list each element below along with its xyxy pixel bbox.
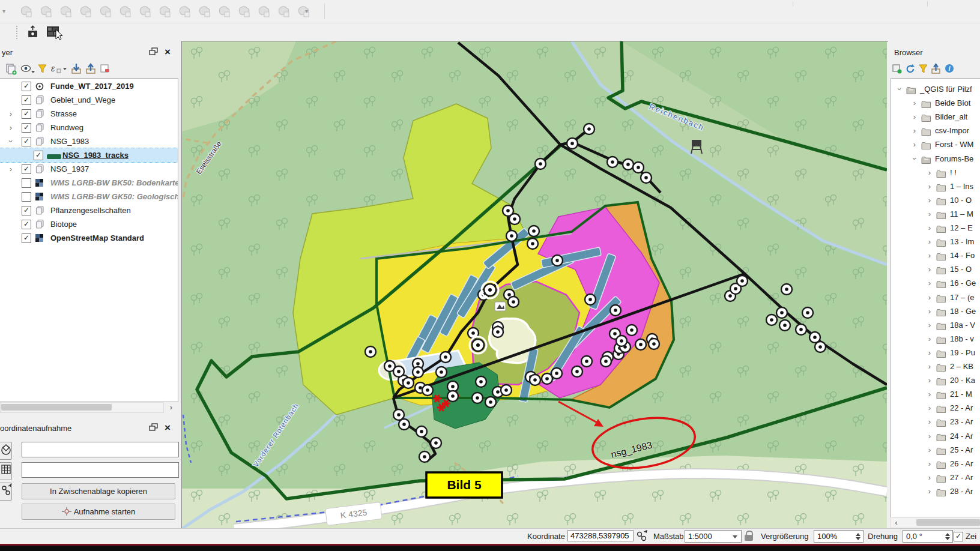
browser-item-19-pu[interactable]: ›19 - Pu: [891, 346, 980, 360]
expand-arrow-icon[interactable]: ›: [908, 155, 922, 162]
expand-arrow-icon[interactable]: ›: [926, 304, 933, 318]
expand-arrow-icon[interactable]: ›: [926, 443, 933, 457]
browser-item-csv-impor[interactable]: ›csv-Impor: [891, 124, 980, 137]
browser-item-20-ka[interactable]: ›20 - Ka: [891, 373, 980, 387]
collapse-all-icon[interactable]: [930, 63, 942, 77]
browser-item-12-e[interactable]: ›12 – E: [891, 221, 980, 235]
layer-checkbox[interactable]: ✓: [22, 95, 31, 105]
expand-arrow-icon[interactable]: ›: [926, 429, 933, 443]
layer-item-strasse[interactable]: ›✓Strasse: [0, 107, 178, 121]
layer-item-biotope[interactable]: ✓Biotope: [0, 217, 178, 231]
expand-arrow-icon[interactable]: ›: [926, 318, 933, 332]
browser-hscrollbar-left-icon[interactable]: ‹: [892, 518, 901, 527]
layers-hscrollbar-right-icon[interactable]: ›: [166, 403, 177, 412]
layer-checkbox[interactable]: ✓: [22, 164, 31, 174]
toolbar-dropdown-icon[interactable]: ▾: [305, 8, 308, 14]
expand-arrow-icon[interactable]: ›: [926, 207, 933, 221]
layer-item-rundweg[interactable]: ›✓Rundweg: [0, 121, 178, 134]
expand-arrow-icon[interactable]: ›: [893, 86, 907, 93]
expand-arrow-icon[interactable]: ›: [926, 262, 933, 276]
layers-panel-close-icon[interactable]: ×: [165, 48, 175, 58]
layer-item-nsg-1983-tracks[interactable]: ✓NSG_1983_tracks: [0, 148, 178, 162]
digitize-tool-4-icon[interactable]: [77, 4, 94, 20]
expand-arrow-icon[interactable]: ›: [926, 471, 933, 484]
browser-item--qgis-f-r-pilzf[interactable]: ›_QGIS für Pilzf: [891, 82, 980, 96]
coord-input-2[interactable]: [22, 462, 179, 478]
add-selected-layers-icon[interactable]: [892, 64, 903, 76]
expand-all-icon[interactable]: [71, 63, 83, 77]
layer-item-nsg-1983[interactable]: ›✓NSG_1983: [0, 134, 178, 148]
browser-item-18b-v[interactable]: ›18b - v: [891, 332, 980, 346]
layer-checkbox[interactable]: ✓: [22, 233, 31, 243]
digitize-tool-6-icon[interactable]: [117, 4, 134, 20]
layer-item-wms-lgrb-bw-gk50-geologische[interactable]: WMS LGRB-BW GK50: Geologische: [0, 190, 178, 203]
collapse-all-icon[interactable]: [85, 63, 97, 77]
render-checkbox[interactable]: ✓: [954, 532, 963, 541]
expand-arrow-icon[interactable]: ›: [7, 162, 14, 176]
expand-arrow-icon[interactable]: ›: [926, 248, 933, 262]
toolbar-drag-handle[interactable]: [16, 26, 19, 39]
filter-legend-icon[interactable]: [37, 64, 48, 76]
digitize-tool-7-icon[interactable]: [137, 4, 154, 20]
digitize-tool-10-icon[interactable]: [196, 4, 213, 20]
browser-item-beide-biot[interactable]: ›Beide Biot: [891, 96, 980, 110]
browser-item-21-m[interactable]: ›21 - M: [891, 387, 980, 401]
browser-item-24-ar[interactable]: ›24 - Ar: [891, 429, 980, 443]
layer-checkbox[interactable]: ✓: [34, 151, 43, 160]
expand-arrow-icon[interactable]: ›: [926, 457, 933, 471]
layer-item-wms-lgrb-bw-bk50-bodenkarte[interactable]: WMS LGRB-BW BK50: Bodenkarte: [0, 176, 178, 190]
browser-item-bilder-alt[interactable]: ›Bilder_alt: [891, 110, 980, 124]
map-image-capture-icon[interactable]: [46, 25, 64, 42]
expand-arrow-icon[interactable]: ›: [926, 179, 933, 193]
expand-arrow-icon[interactable]: ›: [926, 291, 933, 304]
expression-filter-icon[interactable]: ε: [50, 63, 68, 77]
toolbar-overflow-icon[interactable]: ▾: [2, 8, 5, 14]
expand-arrow-icon[interactable]: ›: [926, 276, 933, 290]
expand-arrow-icon[interactable]: ›: [7, 107, 14, 121]
browser-item-28-ar[interactable]: ›28 - Ar: [891, 484, 980, 498]
expand-arrow-icon[interactable]: ›: [926, 484, 933, 498]
browser-item-27-ar[interactable]: ›27 - Ar: [891, 471, 980, 484]
coordinate-input[interactable]: [567, 530, 634, 541]
layers-panel-float-icon[interactable]: [149, 47, 160, 57]
expand-arrow-icon[interactable]: ›: [926, 166, 933, 179]
crs-extent-icon[interactable]: [0, 442, 12, 460]
digitize-tool-13-icon[interactable]: [256, 4, 273, 20]
digitize-tool-3-icon[interactable]: [58, 4, 74, 20]
layers-hscrollbar[interactable]: [0, 402, 164, 413]
start-capture-button[interactable]: Aufnahme starten: [22, 504, 175, 520]
browser-item-13-im[interactable]: ›13 - Im: [891, 235, 980, 248]
coord-input-1[interactable]: [22, 442, 179, 457]
expand-arrow-icon[interactable]: ›: [926, 221, 933, 235]
rotation-spinbox[interactable]: 0,0 °: [903, 530, 953, 543]
expand-arrow-icon[interactable]: ›: [911, 110, 918, 124]
remove-layer-icon[interactable]: [100, 64, 110, 76]
layer-checkbox[interactable]: ✓: [22, 220, 31, 229]
browser-item-11-m[interactable]: ›11 – M: [891, 207, 980, 221]
tracking-icon[interactable]: [0, 483, 12, 501]
digitize-tool-14-icon[interactable]: [276, 4, 292, 20]
layer-checkbox[interactable]: ✓: [22, 109, 31, 119]
layer-checkbox[interactable]: [22, 178, 31, 188]
browser-item-forums-be[interactable]: ›Forums-Be: [891, 152, 980, 166]
browser-item-forst-wm[interactable]: ›Forst - WM: [891, 137, 980, 151]
coord-panel-float-icon[interactable]: [149, 423, 160, 433]
layer-checkbox[interactable]: ✓: [22, 206, 31, 215]
browser-item-26-ar[interactable]: ›26 - Ar: [891, 457, 980, 471]
expand-arrow-icon[interactable]: ›: [911, 96, 918, 110]
scale-combobox[interactable]: 1:5000: [685, 530, 742, 543]
expand-arrow-icon[interactable]: ›: [911, 124, 918, 137]
layer-checkbox[interactable]: ✓: [22, 123, 31, 133]
lock-scale-icon[interactable]: [745, 535, 753, 541]
expand-arrow-icon[interactable]: ›: [4, 138, 18, 145]
browser-item-23-ar[interactable]: ›23 - Ar: [891, 415, 980, 429]
browser-item--[interactable]: ›! !: [891, 166, 980, 179]
copy-to-clipboard-button[interactable]: In Zwischenablage kopieren: [22, 483, 175, 499]
layer-checkbox[interactable]: [22, 192, 31, 202]
manage-visibility-icon[interactable]: [20, 64, 35, 76]
expand-arrow-icon[interactable]: ›: [926, 401, 933, 415]
digitize-tool-11-icon[interactable]: [216, 4, 233, 20]
expand-arrow-icon[interactable]: ›: [911, 137, 918, 151]
layer-item-funde-wt-2017-2019[interactable]: ✓Funde_WT_2017_2019: [0, 79, 178, 93]
grid-icon[interactable]: [0, 462, 12, 480]
